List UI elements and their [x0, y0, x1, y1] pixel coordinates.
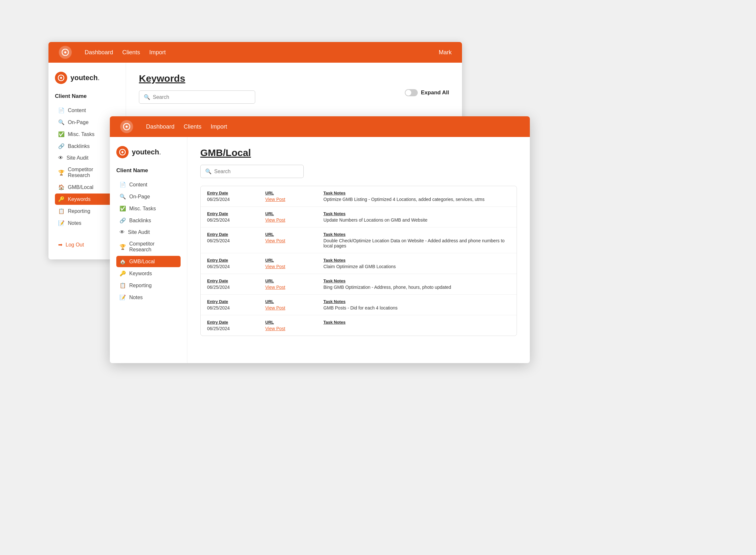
gmb-col-url-5: URL View Post	[265, 279, 323, 290]
gmb-date-value-5: 06/25/2024	[207, 285, 265, 290]
gmb-table: Entry Date 06/25/2024 URL View Post Task…	[200, 186, 517, 336]
gmb-date-header-3: Entry Date	[207, 232, 265, 237]
fg-nav-notes-label: Notes	[129, 295, 143, 300]
fg-nav-reporting[interactable]: 📋 Reporting	[116, 280, 181, 291]
table-row: Entry Date 06/25/2024 URL View Post Task…	[201, 274, 517, 295]
fg-notes-icon: 📝	[120, 294, 126, 300]
bg-nav-dashboard[interactable]: Dashboard	[85, 49, 113, 55]
gmb-col-notes-2: Task Notes Update Numbers of Locations o…	[323, 211, 510, 223]
bg-nav-notes-label: Notes	[68, 220, 81, 226]
fg-client-name-label: Client Name	[116, 167, 181, 174]
bg-search-input[interactable]	[153, 94, 250, 100]
gmb-date-header-6: Entry Date	[207, 299, 265, 304]
gmb-url-header-3: URL	[265, 232, 323, 237]
fg-nav-gmb-label: GMB/Local	[129, 259, 155, 265]
gmb-notes-value-1: Optimize GMB Listing - Optimized 4 Locat…	[323, 197, 510, 202]
bg-brand-name: youtech.	[71, 74, 99, 82]
gmb-col-notes-5: Task Notes Bing GMB Optimization - Addre…	[323, 279, 510, 290]
fg-nav-gmb[interactable]: 🏠 GMB/Local	[116, 256, 181, 267]
fg-brand: youtech.	[116, 146, 181, 158]
gmb-col-date-6: Entry Date 06/25/2024	[207, 299, 265, 310]
expand-all-label: Expand All	[421, 89, 449, 96]
gmb-url-link-2[interactable]: View Post	[265, 217, 323, 223]
gmb-col-date-1: Entry Date 06/25/2024	[207, 190, 265, 202]
fg-nav-dashboard[interactable]: Dashboard	[146, 123, 174, 130]
table-row: Entry Date 06/25/2024 URL View Post Task…	[201, 207, 517, 227]
fg-nav-siteaudit-label: Site Audit	[128, 229, 150, 235]
gmb-col-notes-1: Task Notes Optimize GMB Listing - Optimi…	[323, 190, 510, 202]
gmb-notes-value-6: GMB Posts - Did for each 4 locations	[323, 305, 510, 310]
fg-body: youtech. Client Name 📄 Content 🔍 On-Page…	[110, 137, 530, 363]
fg-competitor-icon: 🏆	[120, 244, 126, 250]
table-row: Entry Date 06/25/2024 URL View Post Task…	[201, 227, 517, 253]
gmb-col-date-5: Entry Date 06/25/2024	[207, 279, 265, 290]
gmb-col-date-2: Entry Date 06/25/2024	[207, 211, 265, 223]
gmb-col-url-6: URL View Post	[265, 299, 323, 310]
onpage-icon: 🔍	[58, 119, 65, 125]
gmb-url-link-6[interactable]: View Post	[265, 305, 323, 310]
bg-nav-gmb-label: GMB/Local	[68, 184, 93, 190]
fg-search-bar[interactable]: 🔍	[200, 165, 304, 178]
reporting-icon: 📋	[58, 208, 65, 214]
fg-nav-content-label: Content	[129, 182, 147, 188]
gmb-url-link-3[interactable]: View Post	[265, 238, 323, 243]
bg-nav-clients[interactable]: Clients	[122, 49, 140, 55]
table-row: Entry Date 06/25/2024 URL View Post Task…	[201, 186, 517, 207]
fg-nav-import[interactable]: Import	[211, 123, 227, 130]
content-icon: 📄	[58, 107, 65, 114]
gmb-notes-value-3: Double Check/Optimize Location Data on W…	[323, 238, 510, 248]
fg-nav-competitor[interactable]: 🏆 Competitor Research	[116, 239, 181, 255]
bg-nav-import[interactable]: Import	[149, 49, 166, 55]
expand-all-toggle: Expand All	[405, 89, 449, 96]
fg-nav-siteaudit[interactable]: 👁 Site Audit	[116, 227, 181, 238]
gmb-url-link-4[interactable]: View Post	[265, 264, 323, 269]
fg-nav-onpage-label: On-Page	[129, 194, 150, 200]
gmb-col-notes-3: Task Notes Double Check/Optimize Locatio…	[323, 232, 510, 248]
gmb-date-value-3: 06/25/2024	[207, 238, 265, 243]
gmb-col-date-7: Entry Date 06/25/2024	[207, 320, 265, 331]
fg-search-input[interactable]	[214, 169, 299, 174]
fg-nav-backlinks[interactable]: 🔗 Backlinks	[116, 215, 181, 226]
bg-brand-logo	[55, 72, 67, 84]
bg-nav-onpage-label: On-Page	[68, 120, 88, 125]
bg-search-bar[interactable]: 🔍	[139, 90, 255, 104]
fg-brand-logo	[116, 146, 129, 158]
gmb-col-notes-6: Task Notes GMB Posts - Did for each 4 lo…	[323, 299, 510, 310]
gmb-notes-header-7: Task Notes	[323, 320, 510, 325]
fg-nav-competitor-label: Competitor Research	[129, 241, 177, 253]
gmb-col-url-2: URL View Post	[265, 211, 323, 223]
gmb-url-link-5[interactable]: View Post	[265, 285, 323, 290]
fg-nav-onpage[interactable]: 🔍 On-Page	[116, 191, 181, 202]
fg-nav-notes[interactable]: 📝 Notes	[116, 292, 181, 303]
expand-all-switch[interactable]	[405, 89, 418, 96]
gmb-col-url-4: URL View Post	[265, 258, 323, 269]
backlinks-icon: 🔗	[58, 143, 65, 149]
gmb-date-header-2: Entry Date	[207, 211, 265, 216]
fg-logo-icon	[120, 120, 133, 133]
fg-nav-clients[interactable]: Clients	[184, 123, 202, 130]
fg-nav: Dashboard Clients Import	[146, 123, 235, 130]
bg-brand: youtech.	[55, 72, 119, 84]
gmb-url-link-1[interactable]: View Post	[265, 197, 323, 202]
bg-topbar: Dashboard Clients Import Mark	[48, 42, 462, 63]
gmb-notes-header-2: Task Notes	[323, 211, 510, 216]
bg-nav-content[interactable]: 📄 Content	[55, 105, 119, 116]
fg-backlinks-icon: 🔗	[120, 217, 126, 223]
bg-client-name-label: Client Name	[55, 93, 119, 99]
gmb-url-link-7[interactable]: View Post	[265, 326, 323, 331]
fg-siteaudit-icon: 👁	[120, 229, 125, 235]
gmb-notes-value-4: Claim Optimimze all GMB Locations	[323, 264, 510, 269]
bg-nav-competitor-label: Competitor Research	[68, 167, 116, 178]
gmb-url-header-5: URL	[265, 279, 323, 283]
competitor-icon: 🏆	[58, 170, 65, 176]
fg-nav-content[interactable]: 📄 Content	[116, 179, 181, 190]
gmb-notes-header-5: Task Notes	[323, 279, 510, 283]
fg-nav-misc-label: Misc. Tasks	[129, 206, 156, 212]
fg-nav-misc[interactable]: ✅ Misc. Tasks	[116, 203, 181, 214]
gmb-window: Dashboard Clients Import youtech. Client…	[110, 116, 530, 363]
gmb-date-value-1: 06/25/2024	[207, 197, 265, 202]
table-row: Entry Date 06/25/2024 URL View Post Task…	[201, 315, 517, 336]
gmb-url-header-1: URL	[265, 190, 323, 196]
fg-nav-keywords[interactable]: 🔑 Keywords	[116, 268, 181, 279]
fg-topbar: Dashboard Clients Import	[110, 116, 530, 137]
